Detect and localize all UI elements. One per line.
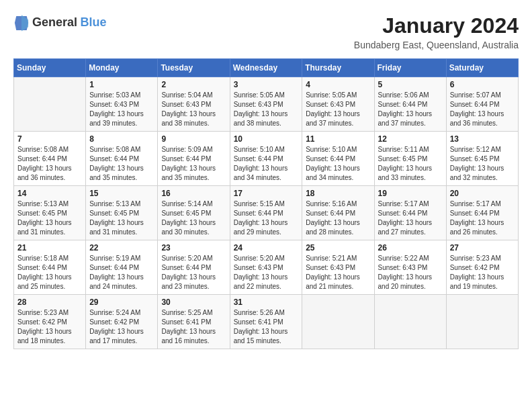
calendar-cell: 2Sunrise: 5:04 AMSunset: 6:43 PMDaylight… bbox=[158, 77, 230, 132]
logo-general: General bbox=[32, 15, 77, 29]
calendar-cell: 31Sunrise: 5:26 AMSunset: 6:41 PMDayligh… bbox=[230, 295, 302, 349]
day-number: 20 bbox=[450, 189, 515, 198]
day-info: Sunrise: 5:14 AMSunset: 6:45 PMDaylight:… bbox=[161, 199, 226, 237]
calendar-cell: 1Sunrise: 5:03 AMSunset: 6:43 PMDaylight… bbox=[86, 77, 158, 132]
day-number: 26 bbox=[378, 243, 443, 253]
weekday-header-monday: Monday bbox=[86, 59, 158, 77]
day-number: 15 bbox=[89, 189, 154, 198]
day-info: Sunrise: 5:17 AMSunset: 6:44 PMDaylight:… bbox=[378, 199, 443, 237]
day-info: Sunrise: 5:10 AMSunset: 6:44 PMDaylight:… bbox=[234, 145, 299, 183]
weekday-header-saturday: Saturday bbox=[446, 59, 518, 77]
calendar-cell: 24Sunrise: 5:20 AMSunset: 6:43 PMDayligh… bbox=[230, 240, 302, 295]
day-number: 17 bbox=[234, 189, 299, 198]
calendar-cell: 5Sunrise: 5:06 AMSunset: 6:44 PMDaylight… bbox=[374, 77, 446, 132]
weekday-header-thursday: Thursday bbox=[302, 59, 374, 77]
calendar-cell: 4Sunrise: 5:05 AMSunset: 6:43 PMDaylight… bbox=[302, 77, 374, 132]
day-info: Sunrise: 5:09 AMSunset: 6:44 PMDaylight:… bbox=[161, 145, 226, 183]
header: General Blue January 2024 Bundaberg East… bbox=[13, 13, 519, 50]
day-number: 23 bbox=[161, 243, 226, 253]
calendar-cell: 6Sunrise: 5:07 AMSunset: 6:44 PMDaylight… bbox=[446, 77, 518, 132]
day-number: 4 bbox=[306, 80, 370, 89]
calendar-cell: 30Sunrise: 5:25 AMSunset: 6:41 PMDayligh… bbox=[158, 295, 230, 349]
day-number: 22 bbox=[89, 243, 154, 253]
calendar-cell: 8Sunrise: 5:08 AMSunset: 6:44 PMDaylight… bbox=[86, 132, 158, 186]
calendar-cell: 28Sunrise: 5:23 AMSunset: 6:42 PMDayligh… bbox=[14, 295, 86, 349]
day-info: Sunrise: 5:21 AMSunset: 6:43 PMDaylight:… bbox=[306, 254, 370, 291]
day-info: Sunrise: 5:25 AMSunset: 6:41 PMDaylight:… bbox=[161, 308, 226, 346]
day-number: 14 bbox=[17, 189, 82, 198]
day-info: Sunrise: 5:18 AMSunset: 6:44 PMDaylight:… bbox=[17, 254, 82, 291]
calendar-cell: 29Sunrise: 5:24 AMSunset: 6:42 PMDayligh… bbox=[86, 295, 158, 349]
day-number: 3 bbox=[234, 80, 299, 89]
calendar-cell: 12Sunrise: 5:11 AMSunset: 6:45 PMDayligh… bbox=[374, 132, 446, 186]
day-info: Sunrise: 5:24 AMSunset: 6:42 PMDaylight:… bbox=[89, 308, 154, 346]
day-number: 5 bbox=[378, 80, 443, 89]
day-number: 13 bbox=[450, 134, 515, 144]
day-number: 2 bbox=[161, 80, 226, 89]
day-number: 24 bbox=[234, 243, 299, 253]
calendar-cell: 16Sunrise: 5:14 AMSunset: 6:45 PMDayligh… bbox=[158, 186, 230, 240]
calendar-cell: 7Sunrise: 5:08 AMSunset: 6:44 PMDaylight… bbox=[14, 132, 86, 186]
day-number: 18 bbox=[306, 189, 370, 198]
day-number: 21 bbox=[17, 243, 82, 253]
day-info: Sunrise: 5:10 AMSunset: 6:44 PMDaylight:… bbox=[306, 145, 370, 183]
day-number: 6 bbox=[450, 80, 515, 89]
calendar-cell: 23Sunrise: 5:20 AMSunset: 6:44 PMDayligh… bbox=[158, 240, 230, 295]
day-number: 11 bbox=[306, 134, 370, 144]
logo-blue: Blue bbox=[81, 15, 107, 29]
weekday-header-sunday: Sunday bbox=[14, 59, 86, 77]
calendar-cell: 3Sunrise: 5:05 AMSunset: 6:43 PMDaylight… bbox=[230, 77, 302, 132]
logo-icon bbox=[13, 13, 30, 32]
day-info: Sunrise: 5:15 AMSunset: 6:44 PMDaylight:… bbox=[234, 199, 299, 237]
calendar-cell: 26Sunrise: 5:22 AMSunset: 6:43 PMDayligh… bbox=[374, 240, 446, 295]
calendar-cell: 11Sunrise: 5:10 AMSunset: 6:44 PMDayligh… bbox=[302, 132, 374, 186]
month-title: January 2024 bbox=[354, 13, 519, 38]
day-info: Sunrise: 5:22 AMSunset: 6:43 PMDaylight:… bbox=[378, 254, 443, 291]
day-number: 30 bbox=[161, 298, 226, 307]
day-number: 19 bbox=[378, 189, 443, 198]
day-info: Sunrise: 5:07 AMSunset: 6:44 PMDaylight:… bbox=[450, 91, 515, 128]
day-info: Sunrise: 5:13 AMSunset: 6:45 PMDaylight:… bbox=[89, 199, 154, 237]
day-info: Sunrise: 5:17 AMSunset: 6:44 PMDaylight:… bbox=[450, 199, 515, 237]
calendar-cell: 17Sunrise: 5:15 AMSunset: 6:44 PMDayligh… bbox=[230, 186, 302, 240]
weekday-header-tuesday: Tuesday bbox=[158, 59, 230, 77]
calendar-cell: 20Sunrise: 5:17 AMSunset: 6:44 PMDayligh… bbox=[446, 186, 518, 240]
day-number: 9 bbox=[161, 134, 226, 144]
calendar-cell bbox=[14, 77, 86, 132]
day-number: 8 bbox=[89, 134, 154, 144]
weekday-header-wednesday: Wednesday bbox=[230, 59, 302, 77]
calendar-table: SundayMondayTuesdayWednesdayThursdayFrid… bbox=[13, 58, 519, 349]
day-number: 16 bbox=[161, 189, 226, 198]
day-info: Sunrise: 5:08 AMSunset: 6:44 PMDaylight:… bbox=[17, 145, 82, 183]
day-info: Sunrise: 5:19 AMSunset: 6:44 PMDaylight:… bbox=[89, 254, 154, 291]
day-info: Sunrise: 5:08 AMSunset: 6:44 PMDaylight:… bbox=[89, 145, 154, 183]
day-info: Sunrise: 5:16 AMSunset: 6:44 PMDaylight:… bbox=[306, 199, 370, 237]
day-info: Sunrise: 5:11 AMSunset: 6:45 PMDaylight:… bbox=[378, 145, 443, 183]
day-info: Sunrise: 5:20 AMSunset: 6:43 PMDaylight:… bbox=[234, 254, 299, 291]
calendar-cell: 13Sunrise: 5:12 AMSunset: 6:45 PMDayligh… bbox=[446, 132, 518, 186]
day-info: Sunrise: 5:05 AMSunset: 6:43 PMDaylight:… bbox=[306, 91, 370, 128]
calendar-cell: 18Sunrise: 5:16 AMSunset: 6:44 PMDayligh… bbox=[302, 186, 374, 240]
day-number: 27 bbox=[450, 243, 515, 253]
calendar-cell: 19Sunrise: 5:17 AMSunset: 6:44 PMDayligh… bbox=[374, 186, 446, 240]
location-title: Bundaberg East, Queensland, Australia bbox=[354, 40, 519, 50]
logo-text: General Blue bbox=[32, 16, 107, 30]
day-info: Sunrise: 5:12 AMSunset: 6:45 PMDaylight:… bbox=[450, 145, 515, 183]
calendar-cell: 27Sunrise: 5:23 AMSunset: 6:42 PMDayligh… bbox=[446, 240, 518, 295]
day-number: 25 bbox=[306, 243, 370, 253]
calendar-cell: 22Sunrise: 5:19 AMSunset: 6:44 PMDayligh… bbox=[86, 240, 158, 295]
calendar-cell: 25Sunrise: 5:21 AMSunset: 6:43 PMDayligh… bbox=[302, 240, 374, 295]
day-info: Sunrise: 5:06 AMSunset: 6:44 PMDaylight:… bbox=[378, 91, 443, 128]
weekday-header-friday: Friday bbox=[374, 59, 446, 77]
day-number: 7 bbox=[17, 134, 82, 144]
day-number: 10 bbox=[234, 134, 299, 144]
calendar-cell bbox=[302, 295, 374, 349]
calendar-cell bbox=[446, 295, 518, 349]
svg-marker-1 bbox=[21, 15, 28, 31]
logo: General Blue bbox=[13, 13, 107, 32]
day-info: Sunrise: 5:23 AMSunset: 6:42 PMDaylight:… bbox=[17, 308, 82, 346]
day-number: 12 bbox=[378, 134, 443, 144]
day-info: Sunrise: 5:13 AMSunset: 6:45 PMDaylight:… bbox=[17, 199, 82, 237]
day-info: Sunrise: 5:04 AMSunset: 6:43 PMDaylight:… bbox=[161, 91, 226, 128]
day-number: 28 bbox=[17, 298, 82, 307]
